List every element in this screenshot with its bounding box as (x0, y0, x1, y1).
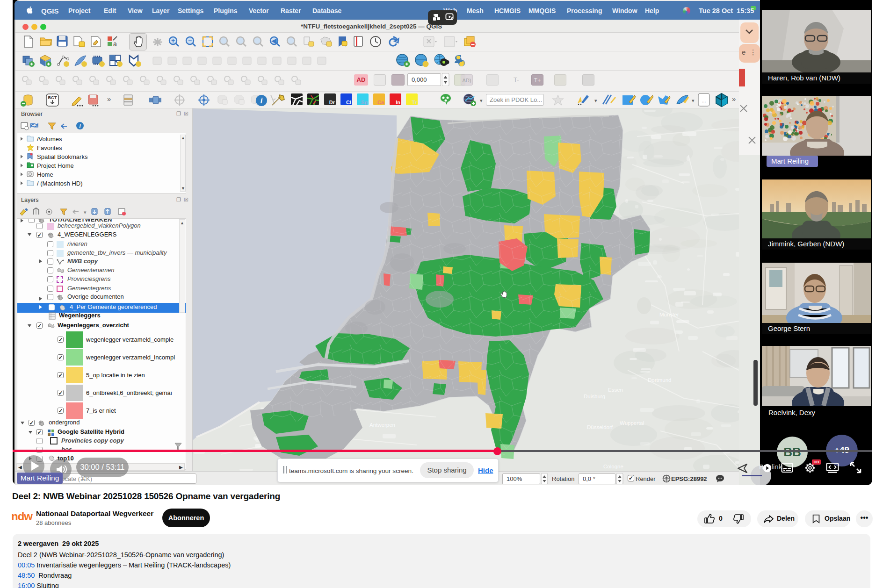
svg-text:◀: ◀ (271, 37, 277, 44)
svg-text:Dortmund: Dortmund (648, 377, 672, 383)
svg-text:Duisburg: Duisburg (584, 394, 605, 399)
svg-text:−: − (188, 37, 192, 44)
svg-text:Essen: Essen (608, 387, 623, 393)
svg-text:Cologne: Cologne (603, 464, 623, 469)
svg-text:+: + (171, 37, 175, 44)
svg-text:Munster: Munster (659, 312, 679, 317)
svg-text:▾: ▾ (84, 209, 87, 215)
svg-text:Wuppertal: Wuppertal (620, 420, 644, 426)
svg-text:i: i (261, 97, 263, 105)
svg-text:a: a (113, 40, 117, 48)
svg-text:BGT: BGT (48, 95, 58, 100)
svg-text:...: ... (702, 98, 706, 103)
svg-text:Antwerpen: Antwerpen (369, 422, 395, 428)
svg-text:Düsseldorf: Düsseldorf (587, 424, 613, 430)
